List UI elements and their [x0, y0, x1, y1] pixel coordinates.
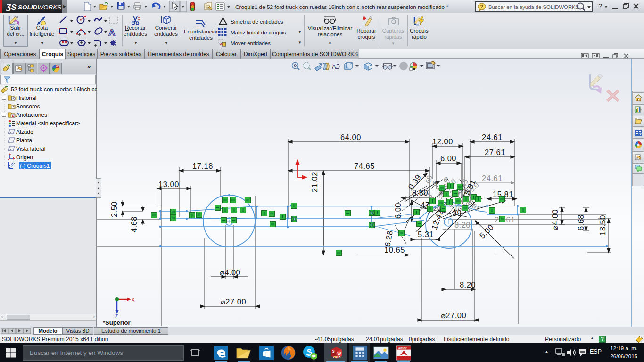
svg-text:.39: .39 — [450, 209, 462, 217]
svg-text:6.00: 6.00 — [394, 203, 402, 219]
svg-text:*Superior: *Superior — [103, 319, 131, 326]
svg-text:X: X — [132, 297, 135, 303]
svg-text:13.50: 13.50 — [598, 215, 607, 236]
svg-text:74.65: 74.65 — [354, 162, 375, 170]
svg-text:17.18: 17.18 — [192, 162, 213, 170]
svg-text:Z: Z — [115, 314, 118, 319]
svg-text:A: A — [332, 63, 336, 70]
svg-text:2015: 2015 — [333, 355, 340, 359]
svg-text:64.00: 64.00 — [340, 133, 361, 141]
svg-text:?: ? — [480, 4, 484, 9]
svg-text:8.20: 8.20 — [454, 221, 471, 229]
svg-text:⌀4.00: ⌀4.00 — [220, 268, 241, 277]
svg-text:24.61: 24.61 — [482, 174, 503, 182]
svg-text:21.02: 21.02 — [310, 172, 319, 192]
svg-text:SOLIDWORKS: SOLIDWORKS — [18, 4, 61, 11]
svg-text:27.61: 27.61 — [485, 148, 505, 156]
svg-text:2.50: 2.50 — [110, 201, 118, 217]
svg-text:Adobe: Adobe — [398, 346, 407, 350]
svg-text:5.31: 5.31 — [418, 230, 434, 239]
svg-text:8.80: 8.80 — [412, 189, 428, 197]
svg-text:ƷS: ƷS — [6, 3, 17, 12]
svg-text:6.68: 6.68 — [577, 214, 585, 230]
svg-text:8.20: 8.20 — [460, 280, 476, 289]
svg-text:⌀4.00: ⌀4.00 — [551, 209, 559, 230]
svg-text:⌀27.00: ⌀27.00 — [221, 297, 246, 306]
svg-text:S: S — [332, 349, 335, 354]
svg-text:0.39: 0.39 — [406, 173, 422, 190]
svg-text:10.65: 10.65 — [384, 246, 405, 254]
svg-text:6.28: 6.28 — [383, 230, 394, 247]
svg-text:A: A — [12, 115, 14, 118]
svg-text:4.68: 4.68 — [130, 216, 138, 232]
svg-text:13.00: 13.00 — [158, 180, 179, 189]
svg-text:24.61: 24.61 — [482, 133, 503, 141]
svg-text:12.00: 12.00 — [432, 137, 453, 146]
svg-text:6.00: 6.00 — [440, 154, 456, 163]
svg-text:⌀27.00: ⌀27.00 — [441, 311, 466, 320]
svg-text:A: A — [108, 27, 115, 38]
